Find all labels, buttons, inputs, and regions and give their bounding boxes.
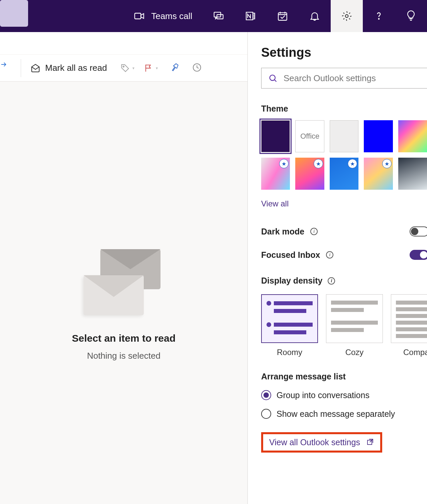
dark-mode-row: Dark mode i [261,226,427,236]
notifications-button[interactable] [299,0,331,32]
mark-all-read-label: Mark all as read [45,63,107,73]
settings-search-input[interactable] [284,73,427,83]
theme-office-label: Office [300,132,319,141]
density-cozy-label: Cozy [326,348,383,357]
empty-state-icon [84,249,164,319]
dark-mode-toggle[interactable] [410,226,427,236]
dark-mode-label: Dark mode [261,227,304,236]
settings-search[interactable] [261,68,427,89]
tips-button[interactable] [395,0,427,32]
pin-icon [170,62,180,72]
star-badge-icon: ★ [348,159,357,168]
lightbulb-icon [405,10,417,22]
view-all-outlook-settings-link[interactable]: View all Outlook settings [261,432,382,453]
arrange-separate-label: Show each message separately [277,409,395,419]
svg-rect-0 [135,13,141,19]
theme-blue[interactable] [364,120,393,152]
star-badge-icon: ★ [382,159,392,168]
mark-all-read-button[interactable]: Mark all as read [26,63,111,73]
theme-purple[interactable] [261,120,290,152]
chevron-down-icon: ▾ [132,66,134,70]
arrange-section-label: Arrange message list [261,372,427,381]
focused-inbox-label: Focused Inbox [261,250,320,260]
theme-office[interactable]: Office [295,120,324,152]
theme-premium-5[interactable] [398,158,427,190]
svg-point-5 [345,15,348,18]
density-compact[interactable]: Compact [391,294,427,357]
chat-icon [213,10,224,22]
teams-call-label: Teams call [151,11,192,21]
theme-premium-1[interactable]: ★ [261,158,290,190]
open-new-window-icon [366,438,374,447]
onenote-button[interactable] [234,0,266,32]
reading-pane-empty: Select an item to read Nothing is select… [0,82,247,361]
info-icon[interactable]: i [326,251,333,259]
theme-light[interactable] [330,120,358,152]
search-icon [268,73,278,83]
gear-icon [341,10,352,22]
envelope-open-icon [30,63,40,73]
density-options: Roomy Cozy Compact [261,294,427,357]
density-compact-label: Compact [391,348,427,357]
theme-premium-3[interactable]: ★ [330,158,358,190]
info-icon[interactable]: i [310,228,318,235]
svg-point-7 [123,66,124,67]
empty-state-subtitle: Nothing is selected [0,351,247,361]
flag-icon [144,63,153,73]
theme-row-2: ★ ★ ★ ★ [261,158,427,190]
arrange-separate-option[interactable]: Show each message separately [261,409,427,419]
view-all-outlook-label: View all Outlook settings [269,438,360,447]
chevron-down-icon: ▾ [156,66,158,70]
theme-premium-2[interactable]: ★ [295,158,324,190]
star-badge-icon: ★ [314,159,323,168]
tag-icon [120,63,130,73]
calendar-check-icon [277,10,288,22]
help-button[interactable] [363,0,395,32]
focused-inbox-row: Focused Inbox i [261,250,427,260]
settings-panel: Settings Theme Office ★ ★ ★ ★ View all D… [247,32,427,504]
video-icon [134,10,145,22]
theme-section-label: Theme [261,104,427,114]
settings-title: Settings [261,45,427,60]
theme-row-1: Office [261,120,427,152]
arrange-group-option[interactable]: Group into conversations [261,390,427,400]
themes-view-all-link[interactable]: View all [261,199,427,208]
teams-call-button[interactable]: Teams call [124,0,202,32]
density-roomy-label: Roomy [261,348,318,357]
bell-icon [309,10,320,22]
settings-button[interactable] [331,0,363,32]
todo-button[interactable] [266,0,299,32]
svg-point-9 [270,75,275,80]
theme-rainbow[interactable] [398,120,427,152]
arrow-right-icon[interactable] [0,61,7,68]
focused-inbox-toggle[interactable] [410,250,427,260]
info-icon[interactable]: i [328,277,335,285]
density-section-label: Display density i [261,276,427,286]
svg-rect-4 [278,13,287,20]
onenote-icon [245,10,256,22]
radio-icon [261,390,271,400]
app-top-bar: Teams call [0,0,427,32]
chat-button[interactable] [202,0,234,32]
flag-dropdown[interactable]: ▾ [144,63,158,73]
svg-point-6 [379,18,379,19]
search-pill[interactable] [0,0,28,27]
pin-button[interactable] [170,62,180,74]
density-roomy[interactable]: Roomy [261,294,318,357]
density-label-text: Display density [261,276,322,286]
snooze-button[interactable] [192,62,202,74]
star-badge-icon: ★ [279,159,289,168]
arrange-group-label: Group into conversations [277,390,369,400]
radio-icon [261,409,271,419]
theme-premium-4[interactable]: ★ [364,158,393,190]
tag-dropdown[interactable]: ▾ [120,63,134,73]
density-cozy[interactable]: Cozy [326,294,383,357]
help-icon [373,10,385,22]
clock-icon [192,62,202,72]
empty-state-title: Select an item to read [0,333,247,344]
